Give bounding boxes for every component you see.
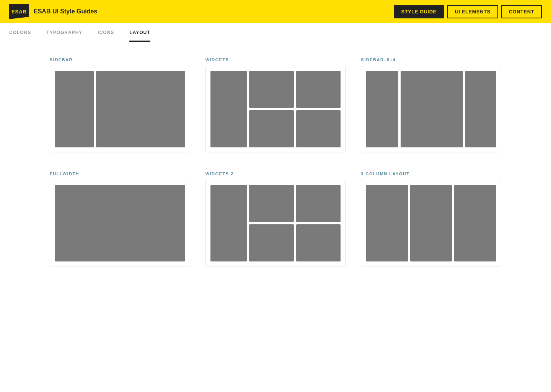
layout-card-sidebar [50, 66, 190, 152]
logo-box: ESAB [9, 4, 29, 19]
3col-mid [410, 185, 452, 261]
3col-left [366, 185, 408, 261]
layout-label-sidebar: SIDEBAR [50, 57, 190, 62]
preview-sidebar [55, 71, 185, 147]
layout-item-3col: 3 COLUMN LAYOUT [361, 172, 501, 266]
widgets2-narrow-block [210, 185, 247, 261]
widgets-top-right [296, 71, 341, 108]
widgets-row-top [249, 71, 341, 108]
header: ESAB ESAB UI Style Guides STYLE GUIDE UI… [0, 0, 551, 23]
3col-right [454, 185, 496, 261]
layout-card-sidebar84 [361, 66, 501, 152]
widgets2-bottom-right [296, 224, 341, 261]
preview-widgets [210, 71, 341, 147]
tab-colors[interactable]: COLORS [9, 23, 31, 42]
widgets2-row-top [249, 185, 341, 222]
preview-fullwidth [55, 185, 185, 261]
s84-narrow-block [366, 71, 398, 147]
logo-stripe [9, 17, 29, 19]
widgets-bottom-left [249, 110, 294, 147]
widgets2-bottom-left [249, 224, 294, 261]
logo-area: ESAB ESAB UI Style Guides [9, 4, 97, 19]
nav-ui-elements[interactable]: UI ELEMENTS [447, 5, 498, 18]
s84-right-block [465, 71, 496, 147]
layout-item-widgets: WIDGETS [205, 57, 346, 152]
layout-label-widgets: WIDGETS [205, 57, 346, 62]
widgets-bottom-right [296, 110, 341, 147]
tab-icons[interactable]: ICONS [98, 23, 114, 42]
layout-card-widgets [205, 66, 346, 152]
layout-card-3col [361, 180, 501, 266]
widgets2-top-left [249, 185, 294, 222]
preview-sidebar84 [366, 71, 496, 147]
widgets-narrow-block [210, 71, 247, 147]
layout-item-fullwidth: FULLWIDTH [50, 172, 190, 266]
layout-card-widgets2 [205, 180, 346, 266]
widgets-top-left [249, 71, 294, 108]
layout-item-widgets2: WIDGETS 2 [205, 172, 346, 266]
tabs-nav: COLORS TYPOGRAPHY ICONS LAYOUT [0, 23, 551, 42]
layout-label-widgets2: WIDGETS 2 [205, 172, 346, 176]
widgets2-right-col [249, 185, 341, 261]
header-nav: STYLE GUIDE UI ELEMENTS CONTENT [394, 5, 542, 18]
sidebar-wide-block [96, 71, 185, 147]
tab-typography[interactable]: TYPOGRAPHY [46, 23, 82, 42]
layout-grid: SIDEBAR WIDGETS [50, 57, 501, 266]
layout-item-sidebar: SIDEBAR [50, 57, 190, 152]
layout-label-3col: 3 COLUMN LAYOUT [361, 172, 501, 176]
widgets2-top-right [296, 185, 341, 222]
nav-style-guide[interactable]: STYLE GUIDE [394, 5, 444, 18]
layout-label-sidebar84: SIDEBAR+8+4 [361, 57, 501, 62]
preview-3col [366, 185, 496, 261]
preview-widgets2 [210, 185, 341, 261]
tab-layout[interactable]: LAYOUT [129, 23, 150, 42]
main-content: SIDEBAR WIDGETS [0, 42, 551, 282]
layout-label-fullwidth: FULLWIDTH [50, 172, 190, 176]
widgets-right-col [249, 71, 341, 147]
nav-content[interactable]: CONTENT [501, 5, 542, 18]
layout-card-fullwidth [50, 180, 190, 266]
site-title: ESAB UI Style Guides [34, 8, 97, 15]
sidebar-narrow-block [55, 71, 94, 147]
fullwidth-block [55, 185, 185, 261]
s84-mid-block [401, 71, 463, 147]
widgets2-row-bottom [249, 224, 341, 261]
logo-text: ESAB [11, 9, 27, 15]
layout-item-sidebar84: SIDEBAR+8+4 [361, 57, 501, 152]
widgets-row-bottom [249, 110, 341, 147]
